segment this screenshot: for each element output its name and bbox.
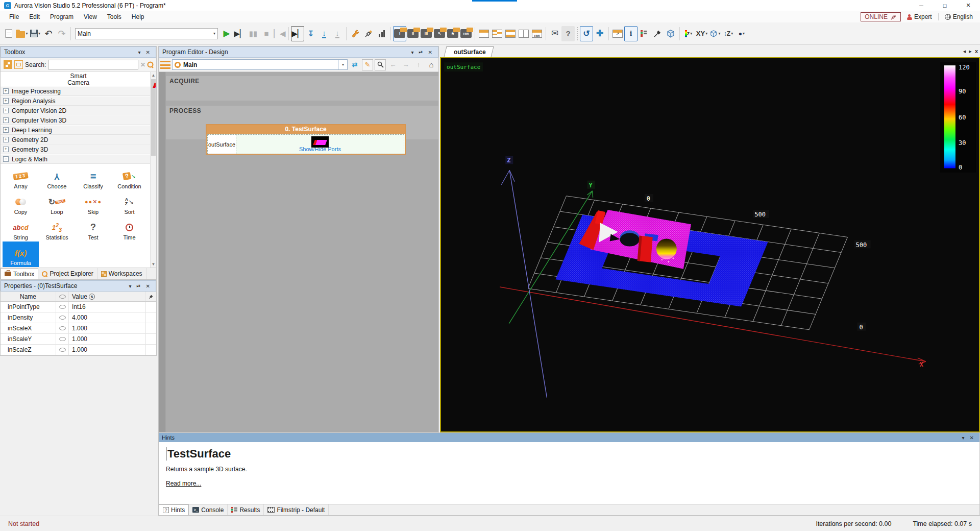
property-row[interactable]: inDensity 4.000 — [1, 312, 156, 323]
category-computer-vision-2d[interactable]: +Computer Vision 2D — [1, 106, 156, 115]
tool-statistics[interactable]: 123Statistics — [39, 216, 75, 242]
process-section[interactable]: PROCESS 0. TestSurface outSurface Show/H… — [166, 106, 438, 139]
collapse-icon[interactable]: − — [3, 156, 9, 162]
menu-file[interactable]: File — [4, 12, 24, 22]
block-title[interactable]: 0. TestSurface — [207, 125, 405, 134]
statistics-button[interactable] — [375, 26, 388, 41]
nav-up-button[interactable]: ↑ — [413, 59, 424, 70]
scroll-down-icon[interactable]: ▼ — [151, 262, 156, 267]
iterate-back-button[interactable]: ▏◀ — [273, 26, 286, 41]
tool-copy[interactable]: Copy — [3, 190, 39, 216]
preview-window-3-button[interactable]: III — [420, 26, 433, 41]
iterate-current-button[interactable]: ↓ — [317, 26, 331, 41]
sections-menu-icon[interactable] — [160, 61, 170, 69]
redo-button[interactable]: ↷ — [55, 26, 68, 41]
tool-array[interactable]: 123Array — [3, 165, 39, 190]
close-icon[interactable]: ✕ — [143, 50, 153, 55]
tool-loop[interactable]: ↻TRUELoop — [39, 190, 75, 216]
pin-icon[interactable]: ⏯ — [416, 49, 426, 55]
tab-scroll-right-icon[interactable]: ▸ — [969, 48, 972, 55]
property-row[interactable]: inPointType Int16 — [1, 302, 156, 312]
preview-window-new-button[interactable]: ★ — [446, 26, 459, 41]
visibility-toggle[interactable] — [56, 323, 69, 333]
projection-xy-select[interactable]: XY▾ — [695, 26, 708, 41]
legend-button[interactable] — [638, 26, 651, 41]
tab-console[interactable]: >_Console — [189, 504, 228, 515]
tool-skip[interactable]: ●●✕●Skip — [75, 190, 111, 216]
visibility-toggle[interactable] — [56, 312, 69, 323]
tool-choose[interactable]: YChoose — [39, 165, 75, 190]
search-plus-icon[interactable] — [147, 61, 153, 67]
tool-test[interactable]: ?Test — [75, 216, 111, 242]
pan-view-button[interactable]: ✚ — [593, 26, 606, 41]
property-row[interactable]: inScaleY 1.000 — [1, 334, 156, 345]
category-deep-learning[interactable]: +Deep Learning — [1, 125, 156, 135]
scale-z-select[interactable]: ↕Z▾ — [722, 26, 735, 41]
tab-outsurface[interactable]: outSurface — [444, 46, 494, 57]
tool-formula[interactable]: f(x)Formula — [3, 242, 39, 267]
edit-macro-button[interactable]: ✎ — [362, 59, 373, 70]
maximize-button[interactable]: □ — [933, 0, 957, 11]
macro-combobox[interactable]: Main ▾ — [172, 59, 348, 70]
property-value[interactable]: 1.000 — [69, 346, 145, 353]
category-computer-vision-3d[interactable]: +Computer Vision 3D — [1, 115, 156, 125]
menu-edit[interactable]: Edit — [24, 12, 45, 22]
surface-thumbnail[interactable] — [311, 136, 329, 148]
preview-window-2-button[interactable]: II — [406, 26, 420, 41]
popout-preview-button[interactable]: ↗ — [611, 26, 624, 41]
layout-hmi-button[interactable]: HMI — [530, 26, 544, 41]
expand-icon[interactable]: + — [3, 98, 9, 104]
stop-button[interactable]: ■ — [260, 26, 273, 41]
close-icon[interactable]: ✕ — [143, 283, 153, 289]
online-toggle[interactable]: ONLINE — [861, 12, 901, 21]
property-value[interactable]: 1.000 — [69, 325, 145, 332]
visibility-toggle[interactable] — [56, 334, 69, 344]
color-mode-select[interactable]: z ▾ — [682, 26, 695, 41]
visibility-toggle[interactable] — [56, 345, 69, 355]
toolbox-item-smart-camera[interactable]: Smart Camera — [1, 72, 156, 86]
panel-menu-icon[interactable]: ▾ — [136, 50, 143, 55]
expand-icon[interactable]: + — [3, 137, 9, 142]
clear-search-icon[interactable]: ✕ — [140, 61, 145, 68]
visibility-column-icon[interactable] — [56, 292, 69, 301]
iterate-button[interactable]: ▶▏ — [233, 26, 247, 41]
menu-view[interactable]: View — [79, 12, 102, 22]
visibility-toggle[interactable] — [56, 302, 69, 312]
search-input[interactable] — [48, 60, 138, 69]
layout-rows-button[interactable] — [504, 26, 517, 41]
preview-window-hmi-button[interactable]: HMI — [459, 26, 473, 41]
expand-icon[interactable]: + — [3, 147, 9, 152]
macro-selector[interactable]: Main ▾ — [75, 28, 218, 39]
info-overlay-button[interactable]: i — [624, 26, 638, 41]
close-icon[interactable]: x — [975, 48, 978, 55]
category-logic-math[interactable]: −Logic & Math — [1, 154, 156, 164]
settings-button[interactable] — [349, 26, 362, 41]
read-more-link[interactable]: Read more... — [166, 480, 201, 487]
pin-icon[interactable]: ⏯ — [134, 283, 143, 289]
point-size-select[interactable]: ●▾ — [735, 26, 748, 41]
layout-columns-button[interactable] — [517, 26, 530, 41]
property-value[interactable]: Int16 — [69, 303, 145, 310]
connect-device-button[interactable] — [362, 26, 375, 41]
property-value[interactable]: 1.000 — [69, 335, 145, 343]
nav-back-button[interactable]: ← — [387, 59, 399, 70]
category-geometry-3d[interactable]: +Geometry 3D — [1, 144, 156, 154]
tab-project-explorer[interactable]: Project Explorer — [38, 268, 97, 279]
pause-button[interactable]: ▮▮ — [247, 26, 260, 41]
nav-forward-button[interactable]: → — [400, 59, 411, 70]
col-value[interactable]: Value ↯ — [69, 293, 145, 300]
send-feedback-button[interactable]: ✉ — [548, 26, 561, 41]
acquire-section[interactable]: ACQUIRE — [166, 76, 438, 101]
compare-button[interactable]: ⇄ — [349, 59, 360, 70]
view-3d-button[interactable] — [664, 26, 677, 41]
panel-menu-icon[interactable]: ▾ — [409, 50, 416, 55]
category-image-processing[interactable]: +Image Processing — [1, 86, 156, 96]
expand-icon[interactable]: + — [3, 127, 9, 133]
tool-string[interactable]: abcdString — [3, 216, 39, 242]
tool-condition[interactable]: ?↘Condition — [111, 165, 148, 190]
view-cube-select[interactable]: ▾ — [708, 26, 722, 41]
close-icon[interactable]: ✕ — [967, 435, 976, 441]
menu-help[interactable]: Help — [127, 12, 150, 22]
menu-tools[interactable]: Tools — [102, 12, 127, 22]
tab-hints[interactable]: ?Hints — [159, 504, 189, 515]
